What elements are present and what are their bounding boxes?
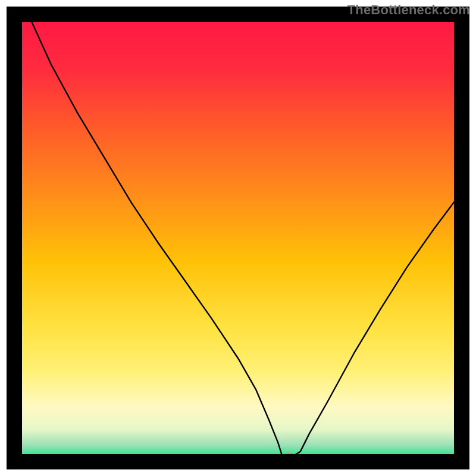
- bottleneck-chart: TheBottleneck.com: [0, 0, 476, 476]
- gradient-background: [15, 15, 461, 461]
- chart-svg: [0, 0, 476, 476]
- plot-area: [1, 1, 475, 475]
- watermark-text: TheBottleneck.com: [347, 2, 470, 18]
